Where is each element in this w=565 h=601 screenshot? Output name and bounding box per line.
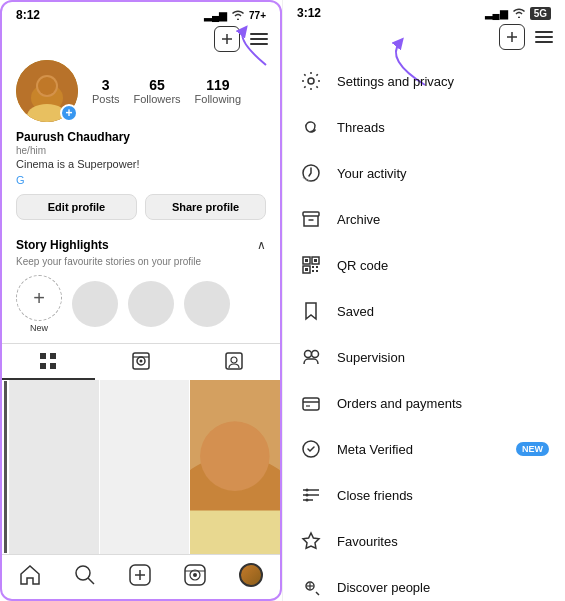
- svg-point-20: [200, 421, 270, 491]
- svg-point-48: [312, 351, 319, 358]
- hamburger-menu-button[interactable]: [250, 33, 268, 45]
- svg-point-47: [305, 351, 312, 358]
- highlights-title: Story Highlights: [16, 238, 109, 252]
- menu-item-orders[interactable]: Orders and payments: [283, 380, 565, 426]
- bottom-nav: [2, 554, 280, 599]
- archive-icon: [299, 207, 323, 231]
- highlight-item-3[interactable]: [184, 281, 230, 327]
- svg-rect-45: [312, 270, 314, 272]
- right-status-bar: 3:12 ▂▄▆ 5G: [283, 0, 565, 22]
- svg-point-16: [231, 357, 237, 363]
- right-add-content-button[interactable]: [499, 24, 525, 50]
- bookmark-icon: [299, 299, 323, 323]
- menu-item-activity[interactable]: Your activity: [283, 150, 565, 196]
- svg-point-22: [76, 566, 90, 580]
- left-status-bar: 8:12 ▂▄▆ 77+: [2, 2, 280, 24]
- svg-point-57: [306, 494, 309, 497]
- nav-add[interactable]: [129, 564, 151, 586]
- following-stat: 119 Following: [195, 77, 241, 105]
- svg-rect-38: [305, 259, 308, 262]
- activity-label: Your activity: [337, 166, 407, 181]
- grid-cell-3[interactable]: [190, 380, 280, 554]
- edit-profile-button[interactable]: Edit profile: [16, 194, 137, 220]
- card-icon: [299, 391, 323, 415]
- sidebar-indicator: [4, 381, 7, 553]
- left-panel: 8:12 ▂▄▆ 77+: [0, 0, 282, 601]
- svg-point-33: [308, 78, 314, 84]
- svg-point-5: [38, 77, 56, 95]
- right-signal-icon: ▂▄▆: [485, 8, 508, 19]
- svg-rect-49: [303, 398, 319, 410]
- svg-rect-40: [314, 259, 317, 262]
- profile-stats: 3 Posts 65 Followers 119 Following: [92, 77, 266, 105]
- right-wifi-icon: [512, 8, 526, 18]
- menu-item-favourites[interactable]: Favourites: [283, 518, 565, 564]
- nav-home[interactable]: [19, 564, 41, 586]
- highlights-subtitle: Keep your favourite stories on your prof…: [16, 256, 266, 267]
- right-status-icons: ▂▄▆ 5G: [485, 7, 551, 20]
- highlight-item-1[interactable]: [72, 281, 118, 327]
- qr-label: QR code: [337, 258, 388, 273]
- menu-item-threads[interactable]: Threads: [283, 104, 565, 150]
- story-highlights: Story Highlights ∧ Keep your favourite s…: [2, 238, 280, 333]
- menu-item-qr[interactable]: QR code: [283, 242, 565, 288]
- svg-rect-42: [305, 268, 308, 271]
- nav-profile[interactable]: [239, 563, 263, 587]
- add-story-button[interactable]: +: [60, 104, 78, 122]
- menu-item-settings[interactable]: Settings and privacy: [283, 58, 565, 104]
- svg-rect-44: [316, 266, 318, 268]
- menu-item-supervision[interactable]: Supervision: [283, 334, 565, 380]
- svg-point-29: [193, 573, 197, 577]
- battery-icon: 77+: [249, 10, 266, 21]
- tab-grid[interactable]: [2, 344, 95, 380]
- svg-rect-21: [190, 511, 280, 555]
- menu-item-saved[interactable]: Saved: [283, 288, 565, 334]
- tab-tagged[interactable]: [187, 344, 280, 380]
- left-top-bar: [2, 24, 280, 56]
- supervision-icon: [299, 345, 323, 369]
- svg-rect-43: [312, 266, 314, 268]
- posts-grid: [9, 380, 280, 554]
- svg-point-58: [306, 499, 309, 502]
- menu-item-friends[interactable]: Close friends: [283, 472, 565, 518]
- qr-icon: [299, 253, 323, 277]
- meta-badge: NEW: [516, 442, 549, 456]
- grid-cell-2[interactable]: [100, 380, 190, 554]
- highlight-item-2[interactable]: [128, 281, 174, 327]
- menu-item-archive[interactable]: Archive: [283, 196, 565, 242]
- nav-reels[interactable]: [184, 564, 206, 586]
- threads-icon: [299, 115, 323, 139]
- archive-label: Archive: [337, 212, 380, 227]
- highlights-collapse-icon[interactable]: ∧: [257, 238, 266, 252]
- content-tabs: [2, 343, 280, 380]
- right-hamburger-menu[interactable]: [535, 31, 553, 43]
- friends-label: Close friends: [337, 488, 413, 503]
- meta-label: Meta Verified: [337, 442, 413, 457]
- right-time: 3:12: [297, 6, 321, 20]
- new-highlight-button[interactable]: + New: [16, 275, 62, 333]
- list-icon: [299, 483, 323, 507]
- activity-icon: [299, 161, 323, 185]
- grid-cell-1[interactable]: [9, 380, 99, 554]
- svg-rect-46: [316, 270, 318, 272]
- profile-bio: Cinema is a Superpower!: [16, 158, 266, 170]
- tab-reels[interactable]: [95, 344, 188, 380]
- saved-label: Saved: [337, 304, 374, 319]
- menu-item-discover[interactable]: Discover people: [283, 564, 565, 601]
- profile-pronouns: he/him: [16, 145, 266, 156]
- followers-stat: 65 Followers: [134, 77, 181, 105]
- svg-rect-9: [40, 363, 46, 369]
- profile-link[interactable]: G: [16, 174, 266, 186]
- svg-rect-35: [303, 212, 319, 216]
- profile-section: + 3 Posts 65 Followers 119 Following Pau…: [2, 56, 280, 238]
- nav-search[interactable]: [74, 564, 96, 586]
- add-content-button[interactable]: [214, 26, 240, 52]
- gear-icon: [299, 69, 323, 93]
- meta-icon: [299, 437, 323, 461]
- right-battery-icon: 5G: [530, 7, 551, 20]
- svg-rect-15: [226, 353, 242, 369]
- share-profile-button[interactable]: Share profile: [145, 194, 266, 220]
- menu-item-meta[interactable]: Meta Verified NEW: [283, 426, 565, 472]
- right-panel: 3:12 ▂▄▆ 5G: [282, 0, 565, 601]
- star-icon: [299, 529, 323, 553]
